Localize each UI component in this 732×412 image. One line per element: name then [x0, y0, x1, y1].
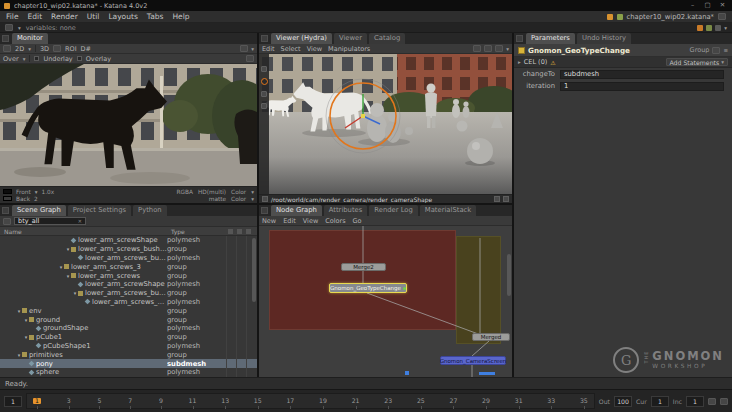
panel-menu-icon[interactable] — [516, 35, 523, 42]
front-view-mode[interactable]: Color — [231, 189, 246, 195]
minimize-button[interactable]: – — [687, 2, 698, 9]
scenegraph-row[interactable]: lower_arm_screws group — [0, 271, 257, 280]
underlay-checkbox[interactable] — [34, 56, 39, 61]
frame-tick[interactable]: 15 — [254, 398, 262, 404]
pin-column-icon[interactable] — [246, 229, 251, 234]
over-dropdown-icon[interactable]: ▾ — [23, 56, 26, 62]
front-buffer-swatch[interactable] — [3, 189, 12, 194]
viewer-menu-item[interactable]: Manipulators — [328, 45, 370, 53]
menu-item[interactable]: Tabs — [147, 12, 164, 21]
node-geotypechange[interactable]: Gnomon_GeoTypeChange — [329, 283, 407, 293]
menu-item[interactable]: Help — [172, 12, 189, 21]
scenegraph-row[interactable]: sphere polymesh — [0, 368, 257, 377]
variables-dropdown-icon[interactable]: ▾ — [18, 25, 21, 31]
close-button[interactable]: ✕ — [717, 2, 728, 9]
menu-item[interactable]: Render — [51, 12, 78, 21]
frame-tick[interactable]: 13 — [221, 398, 229, 404]
back-view-mode[interactable]: Color — [231, 196, 246, 202]
frame-tick[interactable]: 21 — [352, 398, 360, 404]
viewer-viewport[interactable] — [259, 54, 512, 194]
nodegraph-menu-item[interactable]: Go — [353, 217, 362, 225]
over-dropdown[interactable]: Over — [3, 55, 19, 63]
tab[interactable]: MaterialStack — [420, 205, 476, 216]
node-camerascreen[interactable]: Gnomon_CameraScreen — [440, 356, 506, 365]
nodegraph-canvas[interactable]: Merge2 Gnomon_GeoTypeChange Merged Gnomo… — [259, 226, 512, 377]
frame-tick[interactable]: 27 — [449, 398, 457, 404]
tab[interactable]: Python — [133, 205, 167, 216]
inc-frame-field[interactable]: 1 — [686, 396, 704, 407]
tab[interactable]: Node Graph — [271, 205, 322, 216]
menu-item[interactable]: Edit — [28, 12, 43, 21]
display-button[interactable]: D# — [81, 45, 91, 53]
overlay-checkbox[interactable] — [77, 56, 82, 61]
back-buffer-label[interactable]: Back — [16, 196, 30, 202]
scenegraph-scrollbar[interactable] — [252, 238, 256, 302]
visibility-column-icon[interactable] — [228, 229, 233, 234]
frame-tick[interactable]: 7 — [127, 398, 133, 404]
cur-frame-field[interactable]: 1 — [651, 396, 669, 407]
add-statements-button[interactable]: Add Statements ▾ — [666, 58, 729, 66]
timeline-options-icon[interactable] — [708, 398, 716, 405]
tab-monitor[interactable]: Monitor — [12, 33, 48, 44]
view-marker-icon[interactable] — [405, 371, 409, 375]
look-through-icon[interactable] — [262, 196, 268, 202]
param-field[interactable]: subdmesh — [560, 70, 724, 79]
scale-tool-icon[interactable] — [261, 103, 267, 109]
frame-tick[interactable]: 17 — [286, 398, 294, 404]
variables-label[interactable]: variables: none — [26, 24, 76, 32]
scenegraph-row[interactable]: lower_arm_screwShape polymesh — [0, 236, 257, 245]
scenegraph-row[interactable]: pCube1 group — [0, 333, 257, 342]
node-color-chip[interactable] — [518, 47, 525, 54]
monitor-viewport[interactable] — [0, 64, 257, 186]
column-type[interactable]: Type — [171, 228, 185, 235]
tab[interactable]: Scene Graph — [12, 205, 66, 216]
scenegraph-row[interactable]: lower_arm_screws_bushi... polymesh — [0, 254, 257, 263]
rotate-tool-icon[interactable] — [261, 78, 268, 85]
tab[interactable]: Viewer — [334, 33, 367, 44]
scenegraph-row[interactable]: pCubeShape1 polymesh — [0, 342, 257, 351]
render-status-icon[interactable] — [607, 14, 613, 20]
swap-icon[interactable] — [246, 55, 254, 62]
scenegraph-filter-input[interactable]: bty_all ✕ — [14, 217, 86, 225]
scenegraph-row[interactable]: lower_arm_screws_bushi... polymesh — [0, 298, 257, 307]
snapshot-icon[interactable] — [3, 45, 11, 52]
front-buffer-label[interactable]: Front — [16, 189, 31, 195]
scenegraph-row[interactable]: pony subdmesh — [0, 359, 257, 368]
wrench-icon[interactable] — [712, 47, 720, 54]
cel-label[interactable]: CEL (0) — [524, 58, 548, 66]
grid-icon[interactable] — [53, 45, 61, 52]
filter-icon[interactable] — [3, 218, 11, 225]
shading-mode-icon[interactable] — [484, 45, 492, 52]
viewer-options-icon[interactable]: ▾ — [506, 46, 509, 52]
nodegraph-menu-item[interactable]: View — [303, 217, 318, 225]
camera-select-icon[interactable] — [473, 45, 481, 52]
frame-tick[interactable]: 33 — [547, 398, 555, 404]
panel-menu-icon[interactable] — [2, 207, 9, 214]
tab[interactable]: Project Settings — [68, 205, 131, 216]
in-frame-field[interactable]: 1 — [4, 396, 22, 407]
view-2d-button[interactable]: 2D — [15, 45, 24, 53]
live-render-icon[interactable] — [617, 14, 623, 20]
tab[interactable]: Attributes — [324, 205, 368, 216]
viewer-menu-item[interactable]: Select — [281, 45, 301, 53]
monitor-options-icon[interactable]: ▾ — [251, 46, 254, 52]
move-tool-icon[interactable] — [261, 91, 267, 97]
flags-dropdown-icon[interactable]: ▾ — [724, 25, 727, 31]
clear-filter-icon[interactable]: ✕ — [78, 218, 82, 224]
scenegraph-row[interactable]: env group — [0, 306, 257, 315]
tab[interactable]: Render Log — [369, 205, 418, 216]
nodegraph-scrollbar[interactable] — [507, 254, 511, 296]
scenegraph-row[interactable]: primitives group — [0, 350, 257, 359]
viewer-menu-item[interactable]: View — [307, 45, 322, 53]
scenegraph-row[interactable]: lower_arm_screwShape polymesh — [0, 280, 257, 289]
expand-icon[interactable] — [240, 45, 248, 52]
frame-tick[interactable]: 23 — [384, 398, 392, 404]
frame-tick[interactable]: 31 — [515, 398, 523, 404]
column-name[interactable]: Name — [4, 228, 22, 235]
tab[interactable]: Undo History — [577, 33, 631, 44]
scenegraph-row[interactable]: lower_arm_screws_bushing group — [0, 289, 257, 298]
back-view-dropdown-icon[interactable]: ▾ — [251, 196, 254, 202]
scenegraph-row[interactable]: groundShape polymesh — [0, 324, 257, 333]
nodegraph-menu-item[interactable]: Edit — [283, 217, 296, 225]
maximize-button[interactable]: ▢ — [702, 2, 713, 9]
